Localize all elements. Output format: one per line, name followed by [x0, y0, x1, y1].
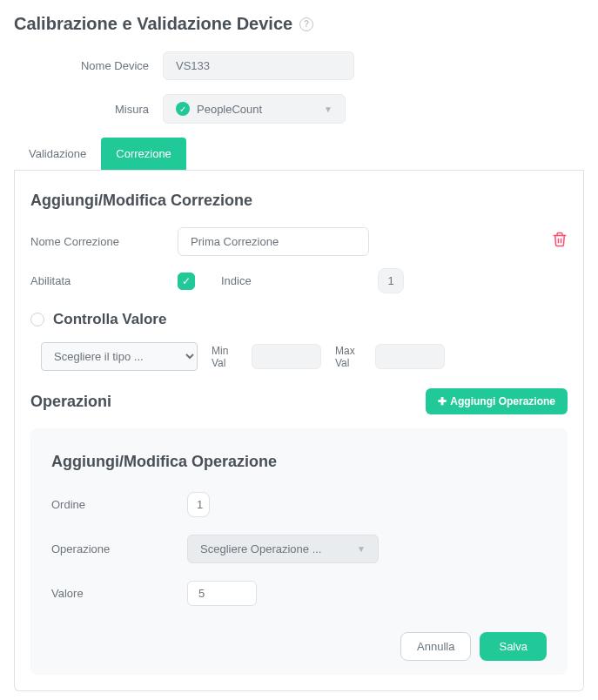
operation-dropdown[interactable]: Scegliere Operazione ... ▼ — [187, 535, 379, 563]
measure-label: Misura — [14, 103, 149, 116]
tabs: Validazione Correzione — [14, 138, 584, 171]
cancel-button[interactable]: Annulla — [400, 632, 471, 661]
value-label: Valore — [51, 587, 173, 600]
delete-correction-icon[interactable] — [552, 232, 568, 252]
help-icon[interactable]: ? — [299, 17, 313, 31]
measure-dropdown[interactable]: ✓ PeopleCount ▼ — [163, 94, 346, 124]
min-val-input[interactable] — [252, 344, 321, 369]
order-row: Ordine 1 — [51, 492, 547, 517]
check-icon: ✓ — [176, 102, 190, 116]
operation-actions: Annulla Salva — [51, 632, 547, 661]
max-val-input[interactable] — [375, 344, 445, 369]
check-value-radio[interactable] — [30, 313, 44, 326]
index-value: 1 — [378, 268, 404, 293]
min-val-label: Min Val — [212, 345, 238, 369]
operations-header: Operazioni ✚ Aggiungi Operazione — [30, 388, 568, 414]
max-val-label: Max Val — [335, 345, 361, 369]
value-type-select[interactable]: Scegliere il tipo ... — [41, 342, 198, 371]
plus-icon: ✚ — [438, 395, 447, 407]
correction-section-title: Aggiungi/Modifica Correzione — [30, 192, 568, 210]
correction-enabled-row: Abilitata ✓ Indice 1 — [30, 268, 568, 293]
value-input[interactable] — [187, 581, 257, 606]
check-value-title: Controlla Valore — [53, 311, 166, 328]
operation-placeholder: Scegliere Operazione ... — [200, 542, 321, 555]
add-operation-button[interactable]: ✚ Aggiungi Operazione — [426, 388, 568, 414]
device-name-input[interactable] — [163, 51, 354, 80]
add-operation-label: Aggiungi Operazione — [450, 395, 555, 407]
page-title-text: Calibrazione e Validazione Device — [14, 14, 292, 34]
operations-title: Operazioni — [30, 393, 111, 411]
correction-name-label: Nome Correzione — [30, 235, 165, 248]
save-button[interactable]: Salva — [480, 632, 547, 661]
page-title: Calibrazione e Validazione Device ? — [14, 14, 584, 34]
tab-correzione[interactable]: Correzione — [101, 138, 186, 170]
tab-validazione[interactable]: Validazione — [14, 138, 101, 170]
order-value: 1 — [187, 492, 210, 517]
enabled-label: Abilitata — [30, 274, 165, 287]
value-row: Valore — [51, 581, 547, 606]
chevron-down-icon: ▼ — [324, 104, 333, 114]
device-name-label: Nome Device — [14, 59, 149, 72]
measure-value: PeopleCount — [197, 103, 262, 116]
value-constraints-row: Scegliere il tipo ... Min Val Max Val — [30, 342, 568, 371]
correction-name-input[interactable] — [178, 227, 369, 256]
operation-select-row: Operazione Scegliere Operazione ... ▼ — [51, 535, 547, 563]
enabled-checkbox[interactable]: ✓ — [178, 273, 195, 290]
order-label: Ordine — [51, 498, 173, 511]
check-value-row: Controlla Valore — [30, 311, 568, 328]
measure-row: Misura ✓ PeopleCount ▼ — [14, 94, 584, 124]
correction-name-row: Nome Correzione — [30, 227, 568, 256]
device-name-row: Nome Device — [14, 51, 584, 80]
operation-label: Operazione — [51, 542, 173, 555]
tab-content-correzione: Aggiungi/Modifica Correzione Nome Correz… — [14, 171, 584, 691]
operation-panel: Aggiungi/Modifica Operazione Ordine 1 Op… — [30, 428, 568, 675]
operation-form-title: Aggiungi/Modifica Operazione — [51, 453, 547, 471]
index-label: Indice — [221, 274, 273, 287]
chevron-down-icon: ▼ — [357, 544, 366, 554]
